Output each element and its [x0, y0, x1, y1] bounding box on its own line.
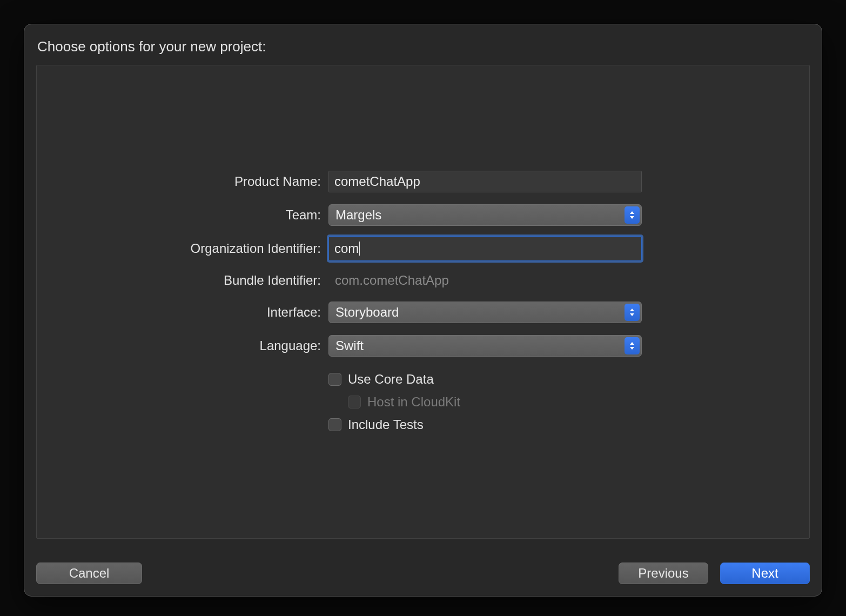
include-tests-checkbox[interactable]	[328, 418, 341, 431]
product-name-label: Product Name:	[37, 174, 328, 189]
project-options-form: Product Name: Team: Margels	[37, 165, 809, 436]
team-select-value: Margels	[335, 207, 381, 223]
cancel-button[interactable]: Cancel	[36, 563, 142, 584]
previous-button[interactable]: Previous	[619, 563, 708, 584]
updown-arrows-icon	[625, 206, 640, 224]
language-label: Language:	[37, 338, 328, 353]
host-cloudkit-label: Host in CloudKit	[367, 394, 460, 410]
footer: Cancel Previous Next	[36, 550, 810, 584]
new-project-options-sheet: Choose options for your new project: Pro…	[24, 24, 822, 597]
use-core-data-checkbox[interactable]	[328, 373, 341, 386]
language-select-value: Swift	[335, 338, 364, 353]
language-select[interactable]: Swift	[328, 335, 642, 357]
organization-identifier-input[interactable]: com	[328, 236, 642, 261]
updown-arrows-icon	[625, 304, 640, 321]
interface-select-value: Storyboard	[335, 305, 399, 320]
text-caret	[359, 242, 360, 256]
bundle-identifier-value: com.cometChatApp	[328, 273, 642, 288]
interface-select[interactable]: Storyboard	[328, 302, 642, 323]
sheet-title: Choose options for your new project:	[36, 36, 810, 65]
host-cloudkit-checkbox	[348, 396, 361, 409]
team-select[interactable]: Margels	[328, 204, 642, 226]
product-name-input[interactable]	[328, 171, 642, 192]
organization-identifier-label: Organization Identifier:	[37, 241, 328, 256]
bundle-identifier-label: Bundle Identifier:	[37, 273, 328, 288]
updown-arrows-icon	[625, 337, 640, 354]
use-core-data-label: Use Core Data	[348, 372, 434, 387]
team-label: Team:	[37, 207, 328, 223]
next-button[interactable]: Next	[720, 563, 810, 584]
interface-label: Interface:	[37, 305, 328, 320]
include-tests-label: Include Tests	[348, 417, 424, 432]
form-panel: Product Name: Team: Margels	[36, 65, 810, 539]
